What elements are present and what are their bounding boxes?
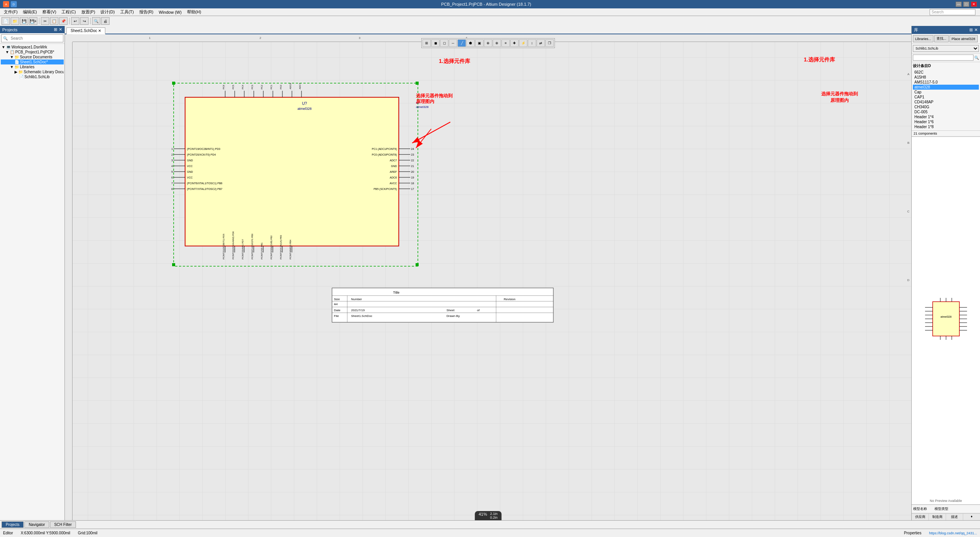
global-search[interactable]: Search	[930, 9, 975, 15]
open-btn[interactable]: 📁	[11, 17, 19, 25]
design-item-cap[interactable]: Cap	[913, 90, 979, 95]
projects-float-btn[interactable]: ⊞	[54, 27, 57, 32]
svg-text:U?: U?	[302, 101, 307, 106]
svg-text:17: 17	[411, 188, 414, 190]
find-btn[interactable]: 查找...	[934, 35, 949, 42]
cut-btn[interactable]: ✂	[41, 17, 49, 25]
sch-tool-11[interactable]: ✚	[510, 39, 519, 47]
menu-reports[interactable]: 报告(R)	[137, 8, 156, 16]
save-btn[interactable]: 💾	[20, 17, 28, 25]
svg-text:VCC: VCC	[187, 176, 193, 179]
right-panel-btn[interactable]: Properties	[904, 531, 922, 535]
place-btn[interactable]: Place atmel328	[949, 35, 978, 42]
maximize-btn[interactable]: □	[963, 2, 969, 7]
svg-text:19: 19	[411, 176, 414, 179]
menu-edit[interactable]: 编辑(E)	[21, 8, 39, 16]
menu-file[interactable]: 文件(F)	[2, 8, 20, 16]
svg-text:1: 1	[171, 148, 173, 150]
design-item-header14[interactable]: Header 1*4	[913, 114, 979, 119]
sch-tool-15[interactable]: ❐	[545, 39, 554, 47]
schematic-canvas-area[interactable]: ⊞ ◼ ◻ ─ ╱ ⬟ ▣ ⊕ ⊗ ≡ ✚ ⚡ ↕ ⇌ ❐	[65, 34, 911, 520]
design-item-dc005[interactable]: DC-005	[913, 109, 979, 114]
sch-tool-3[interactable]: ◻	[440, 39, 448, 47]
zoom-indicator: 41% 2.1in 0.2in	[475, 511, 501, 520]
zoom-btn[interactable]: 🔍	[92, 17, 100, 25]
sch-tool-7[interactable]: ▣	[475, 39, 484, 47]
menu-help[interactable]: 帮助(H)	[185, 8, 203, 16]
tree-libraries[interactable]: ▼ 📁 Libraries	[1, 64, 64, 69]
print-btn[interactable]: 🖨	[101, 17, 110, 25]
sch-tool-10[interactable]: ≡	[501, 39, 510, 47]
menu-place[interactable]: 放置(P)	[79, 8, 98, 16]
svg-rect-4	[416, 263, 419, 266]
lib-float-btn[interactable]: ⊞	[969, 27, 973, 32]
tab-navigator[interactable]: Navigator	[24, 521, 49, 528]
svg-text:24: 24	[411, 148, 414, 150]
search-input[interactable]	[9, 35, 61, 41]
tree-schlib1[interactable]: 📄 Schlib1.SchLib	[1, 74, 64, 79]
status-url: https://blog.csdn.net/qq_2431...	[929, 531, 977, 535]
sch-tool-13[interactable]: ↕	[528, 39, 536, 47]
menu-view[interactable]: 察看(V)	[40, 8, 59, 16]
design-item-header18[interactable]: Header 1*8	[913, 124, 979, 129]
tab-sch-filter[interactable]: SCH Filter	[50, 521, 76, 528]
supplier-tab-description[interactable]: 描述	[946, 514, 963, 520]
design-item-a15h8[interactable]: A15H8	[913, 75, 979, 80]
supplier-tab-manufacturer[interactable]: 制造商	[929, 514, 946, 520]
tree-schematic-doc[interactable]: 📄 Sheet1.SchDoc*	[1, 59, 64, 64]
redo-btn[interactable]: ↪	[80, 17, 89, 25]
sch-tool-6[interactable]: ⬟	[466, 39, 475, 47]
sch-tool-14[interactable]: ⇌	[537, 39, 545, 47]
copy-btn[interactable]: 📋	[50, 17, 58, 25]
design-item-header16[interactable]: Header 1*6	[913, 119, 979, 124]
menu-project[interactable]: 工程(C)	[59, 8, 78, 16]
schematic-svg: U? atmel328 PC6 PC5	[65, 34, 911, 520]
save-all-btn[interactable]: 💾+	[29, 17, 37, 25]
design-item-ch340g[interactable]: CH340G	[913, 105, 979, 109]
design-item-cd4148ap[interactable]: CD4148AP	[913, 100, 979, 105]
sch-tool-9[interactable]: ⊗	[493, 39, 501, 47]
svg-text:(PCINT6/XTAL1/TOSC1) PB6: (PCINT6/XTAL1/TOSC1) PB6	[187, 182, 222, 185]
paste-btn[interactable]: 📌	[59, 17, 68, 25]
tree-workspace[interactable]: ▼ 💻 Workspace1.DsnWrk	[1, 45, 64, 50]
menu-design[interactable]: 设计(D)	[98, 8, 117, 16]
lib-close-btn[interactable]: ✕	[974, 27, 978, 32]
lib-filter-select[interactable]: Schlib1.SchLib	[913, 45, 979, 52]
zoom-y-coord: 0.2in	[490, 516, 498, 519]
design-item-662c[interactable]: 662C	[913, 70, 979, 75]
sch-tool-1[interactable]: ⊞	[422, 39, 431, 47]
tab-projects[interactable]: Projects	[2, 521, 24, 528]
supplier-tab-extra[interactable]: ♦	[963, 514, 980, 520]
sch-tool-5[interactable]: ╱	[458, 39, 466, 47]
design-item-atmel328[interactable]: atmel328	[913, 85, 979, 90]
supplier-tab-vendor[interactable]: 供应商	[912, 514, 929, 520]
menu-window[interactable]: Window (W)	[156, 9, 184, 15]
minimize-btn[interactable]: —	[956, 2, 962, 7]
sch-tool-2[interactable]: ◼	[431, 39, 440, 47]
model-area: 模型名称 模型类型	[912, 505, 980, 513]
design-item-ams1117[interactable]: AMS1117-5.0	[913, 80, 979, 85]
projects-close-btn[interactable]: ✕	[59, 27, 62, 32]
tree-source-docs[interactable]: ▼ 📁 Source Documents	[1, 55, 64, 59]
undo-btn[interactable]: ↩	[71, 17, 79, 25]
svg-text:VCC: VCC	[187, 165, 193, 167]
design-item-cap1[interactable]: CAP1	[913, 95, 979, 100]
svg-text:PC6: PC6	[222, 85, 225, 89]
svg-text:GND: GND	[187, 159, 193, 162]
svg-text:3: 3	[171, 159, 173, 162]
project-expand-icon: ▼	[5, 50, 9, 54]
svg-text:AREF: AREF	[390, 170, 397, 173]
sch-tool-4[interactable]: ─	[449, 39, 457, 47]
menu-tools[interactable]: 工具(T)	[118, 8, 136, 16]
schlib-docs-expand-icon: ▶	[15, 70, 18, 74]
tree-schlib-docs[interactable]: ▶ 📁 Schematic Library Documents	[1, 69, 64, 74]
new-btn[interactable]: 📄	[2, 17, 10, 25]
libraries-btn[interactable]: Libraries...	[913, 35, 933, 42]
sch-tool-12[interactable]: ⚡	[519, 39, 527, 47]
tree-project[interactable]: ▼ 📋 PCB_Project1.PrjPCB*	[1, 50, 64, 55]
close-btn[interactable]: ✕	[971, 2, 977, 7]
sch-tool-8[interactable]: ⊕	[484, 39, 492, 47]
tab-sheet1[interactable]: Sheet1.SchDoc ✕	[66, 27, 105, 34]
toolbar-separator-3	[90, 18, 90, 24]
lib-search-input[interactable]	[913, 55, 974, 61]
